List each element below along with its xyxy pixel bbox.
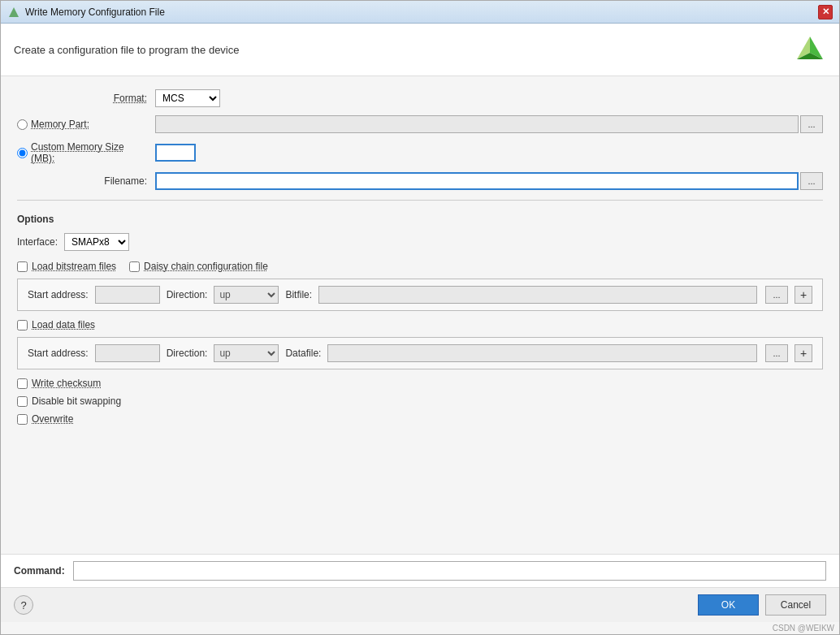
write-checksum-checkbox[interactable]: [17, 378, 28, 389]
dialog-header: Create a configuration file to program t…: [1, 24, 839, 76]
watermark: CSDN @WEIKW: [1, 622, 839, 634]
format-select[interactable]: MCS: [155, 89, 220, 107]
datafile-input[interactable]: [327, 344, 757, 362]
main-window: Write Memory Configuration File ✕ Create…: [0, 0, 840, 635]
memory-part-input[interactable]: [155, 115, 799, 133]
memory-part-row: Memory Part: ...: [17, 115, 823, 133]
bitstream-start-address-label: Start address:: [28, 289, 89, 300]
bitstream-start-address-input[interactable]: 00000000: [95, 286, 160, 304]
bitfile-label: Bitfile:: [285, 289, 312, 300]
command-input[interactable]: write_cfgmem -format mcs -size 2 -interf…: [73, 561, 826, 581]
data-direction-label: Direction:: [167, 348, 208, 359]
daisy-chain-label[interactable]: Daisy chain configuration file: [144, 261, 268, 272]
bitfile-browse-button[interactable]: ...: [765, 286, 788, 304]
footer-right: OK Cancel: [698, 594, 826, 616]
options-title: Options: [17, 214, 823, 225]
command-label: Command:: [14, 565, 65, 577]
bitstream-box: Start address: 00000000 Direction: up do…: [17, 279, 823, 311]
bitfile-input[interactable]: [318, 286, 757, 304]
filename-input[interactable]: [155, 172, 799, 190]
disable-bit-swap-label[interactable]: Disable bit swapping: [32, 395, 121, 407]
bitfile-add-button[interactable]: +: [795, 286, 812, 304]
help-button[interactable]: ?: [14, 595, 33, 615]
custom-memory-input[interactable]: 2: [155, 144, 196, 162]
title-bar-title: Write Memory Configuration File: [25, 6, 818, 18]
disable-bit-swap-checkbox[interactable]: [17, 396, 28, 407]
load-bitstream-checkbox[interactable]: [17, 261, 28, 272]
ok-button[interactable]: OK: [698, 594, 759, 616]
load-data-checkbox[interactable]: [17, 320, 28, 330]
data-direction-select[interactable]: up down: [214, 344, 279, 362]
options-section: Options Interface: SMAPx8 Load bitstream…: [17, 210, 823, 434]
title-bar-icon: [7, 6, 20, 19]
write-checksum-row: Write checksum: [17, 378, 823, 389]
close-button[interactable]: ✕: [818, 5, 833, 19]
interface-label: Interface:: [17, 236, 58, 248]
checkboxes-row: Load bitstream files Daisy chain configu…: [17, 261, 823, 272]
footer-left: ?: [14, 595, 33, 615]
memory-part-radio[interactable]: [17, 119, 28, 130]
divider-1: [17, 200, 823, 201]
datafile-label: Datafile:: [285, 348, 321, 359]
format-control: MCS: [155, 89, 823, 107]
custom-memory-row: Custom Memory Size (MB): 2: [17, 141, 823, 164]
filename-browse-button[interactable]: ...: [800, 172, 823, 190]
dialog-body: Format: MCS Memory Part: ... Custom Memo: [1, 76, 839, 554]
custom-memory-label[interactable]: Custom Memory Size (MB):: [31, 141, 147, 164]
bitstream-direction-label: Direction:: [167, 289, 208, 300]
overwrite-row: Overwrite: [17, 413, 823, 425]
data-start-address-input[interactable]: 00000000: [95, 344, 160, 362]
memory-part-browse-button[interactable]: ...: [800, 115, 823, 133]
load-data-row: Load data files: [17, 319, 823, 330]
load-bitstream-label[interactable]: Load bitstream files: [32, 261, 116, 272]
disable-bit-swap-row: Disable bit swapping: [17, 395, 823, 407]
filename-label: Filename:: [17, 175, 155, 187]
command-row: Command: write_cfgmem -format mcs -size …: [1, 554, 839, 587]
memory-part-radio-group: Memory Part:: [17, 119, 155, 130]
title-bar: Write Memory Configuration File ✕: [1, 1, 839, 24]
overwrite-label[interactable]: Overwrite: [32, 413, 73, 425]
data-start-address-label: Start address:: [28, 348, 89, 359]
logo-icon: [794, 33, 826, 66]
cancel-button[interactable]: Cancel: [765, 594, 826, 616]
data-box: Start address: 00000000 Direction: up do…: [17, 337, 823, 369]
custom-memory-control: 2: [155, 144, 823, 162]
daisy-chain-checkbox[interactable]: [129, 261, 140, 272]
interface-row: Interface: SMAPx8: [17, 233, 823, 251]
datafile-add-button[interactable]: +: [795, 344, 812, 362]
write-checksum-label[interactable]: Write checksum: [32, 378, 101, 389]
custom-memory-radio-group: Custom Memory Size (MB):: [17, 141, 155, 164]
interface-select[interactable]: SMAPx8: [64, 233, 129, 251]
custom-memory-radio[interactable]: [17, 148, 28, 158]
format-label: Format:: [17, 93, 155, 104]
format-row: Format: MCS: [17, 89, 823, 107]
datafile-browse-button[interactable]: ...: [765, 344, 788, 362]
load-data-label[interactable]: Load data files: [32, 319, 95, 330]
dialog-description: Create a configuration file to program t…: [14, 44, 240, 56]
filename-control: ...: [155, 172, 823, 190]
memory-part-control: ...: [155, 115, 823, 133]
svg-marker-0: [9, 7, 19, 17]
memory-part-label[interactable]: Memory Part:: [31, 119, 89, 130]
bitstream-direction-select[interactable]: up down: [214, 286, 279, 304]
filename-row: Filename: ...: [17, 172, 823, 190]
dialog-footer: ? OK Cancel: [1, 587, 839, 622]
overwrite-checkbox[interactable]: [17, 414, 28, 425]
